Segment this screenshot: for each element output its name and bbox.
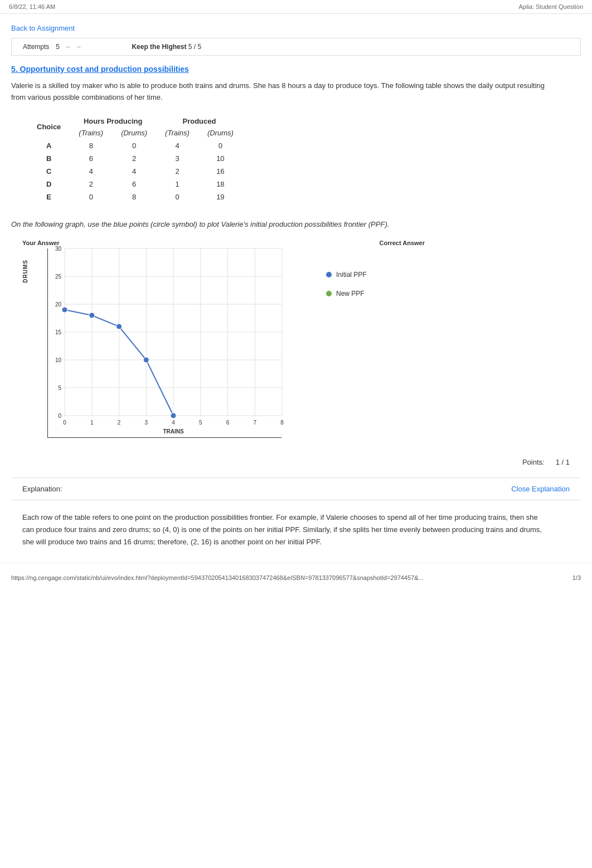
legend-item: New PPF: [326, 290, 367, 298]
svg-text:5: 5: [58, 385, 61, 391]
footer-url-text: https://ng.cengage.com/static/nb/ui/evo/…: [11, 574, 424, 581]
dash1: –: [66, 43, 70, 51]
svg-text:30: 30: [55, 246, 62, 252]
svg-point-36: [89, 313, 95, 318]
back-to-assignment-link[interactable]: Back to Assignment: [0, 14, 592, 38]
datetime: 6/8/22, 11:46 AM: [9, 3, 55, 10]
page-title: Aplia: Student Question: [518, 3, 583, 10]
group-produced-header: Produced: [156, 115, 242, 126]
choice-cell: E: [28, 191, 70, 203]
graph-section: Your Answer Correct Answer DRUMS 0510152…: [11, 240, 581, 438]
col-p-trains: (Trains): [156, 126, 198, 139]
h-trains-cell: 8: [70, 139, 112, 152]
svg-text:1: 1: [90, 420, 94, 426]
table-container: Choice Hours Producing Produced (Trains)…: [28, 115, 581, 203]
dash2: –: [77, 43, 81, 51]
graph-area: 051015202530012345678TRAINS: [47, 248, 282, 438]
keep-highest-value: 5 / 5: [188, 43, 201, 51]
footer: https://ng.cengage.com/static/nb/ui/evo/…: [0, 563, 592, 586]
table-row: E 0 8 0 19: [28, 191, 242, 203]
question-body-text: Valerie is a skilled toy maker who is ab…: [11, 80, 546, 104]
table-row: B 6 2 3 10: [28, 152, 242, 165]
keep-highest: Keep the Highest 5 / 5: [132, 43, 201, 51]
svg-text:6: 6: [226, 420, 230, 426]
svg-text:10: 10: [55, 357, 62, 363]
table-row: C 4 4 2 16: [28, 165, 242, 178]
points-row: Points: 1 / 1: [11, 449, 581, 475]
svg-text:4: 4: [172, 420, 175, 426]
keep-highest-prefix: Keep the Highest: [132, 43, 186, 51]
top-bar: 6/8/22, 11:46 AM Aplia: Student Question: [0, 0, 592, 14]
p-trains-cell: 1: [156, 178, 198, 191]
legend-label: New PPF: [336, 290, 365, 298]
svg-text:TRAINS: TRAINS: [163, 428, 184, 435]
h-trains-cell: 0: [70, 191, 112, 203]
choice-cell: A: [28, 139, 70, 152]
y-axis-label: DRUMS: [22, 260, 28, 283]
svg-point-37: [62, 307, 67, 313]
h-drums-cell: 0: [112, 139, 156, 152]
svg-point-35: [117, 324, 122, 329]
h-trains-cell: 4: [70, 165, 112, 178]
close-explanation-button[interactable]: Close Explanation: [511, 485, 570, 493]
legend-dot: [326, 291, 332, 296]
explanation-label: Explanation:: [22, 485, 62, 493]
svg-text:5: 5: [199, 420, 202, 426]
svg-text:20: 20: [55, 301, 62, 308]
production-table: Choice Hours Producing Produced (Trains)…: [28, 115, 242, 203]
points-label: Points:: [522, 458, 545, 466]
choice-cell: C: [28, 165, 70, 178]
group-hours-header: Hours Producing: [70, 115, 156, 126]
attempts-bar: Attempts 5 – – Keep the Highest 5 / 5: [11, 38, 581, 56]
p-trains-cell: 0: [156, 191, 198, 203]
explanation-bar: Explanation: Close Explanation: [11, 477, 581, 500]
legend-label: Initial PPF: [336, 271, 367, 279]
legend-area: Initial PPF New PPF: [326, 271, 367, 309]
h-drums-cell: 2: [112, 152, 156, 165]
h-drums-cell: 6: [112, 178, 156, 191]
p-drums-cell: 19: [198, 191, 242, 203]
h-drums-cell: 8: [112, 191, 156, 203]
legend-dot: [326, 272, 332, 277]
svg-text:3: 3: [144, 420, 148, 426]
svg-text:15: 15: [55, 329, 62, 335]
svg-text:8: 8: [280, 420, 284, 426]
h-drums-cell: 4: [112, 165, 156, 178]
attempts-label: Attempts: [23, 43, 49, 51]
graph-instruction: On the following graph, use the blue poi…: [11, 220, 513, 228]
footer-page: 1/3: [572, 574, 581, 581]
legend-item: Initial PPF: [326, 271, 367, 279]
question-section: 5. Opportunity cost and production possi…: [0, 65, 592, 557]
svg-text:7: 7: [253, 420, 256, 426]
attempts-value: 5: [56, 43, 60, 51]
svg-text:2: 2: [118, 420, 121, 426]
col-h-trains: (Trains): [70, 126, 112, 139]
correct-answer-label: Correct Answer: [379, 240, 425, 246]
col-h-drums: (Drums): [112, 126, 156, 139]
table-row: D 2 6 1 18: [28, 178, 242, 191]
choice-cell: B: [28, 152, 70, 165]
p-drums-cell: 18: [198, 178, 242, 191]
points-value: 1 / 1: [556, 458, 570, 466]
h-trains-cell: 2: [70, 178, 112, 191]
p-drums-cell: 0: [198, 139, 242, 152]
svg-text:25: 25: [55, 274, 62, 280]
svg-text:0: 0: [58, 413, 61, 419]
question-title: 5. Opportunity cost and production possi…: [11, 65, 581, 74]
p-drums-cell: 10: [198, 152, 242, 165]
p-trains-cell: 3: [156, 152, 198, 165]
explanation-text: Each row of the table refers to one poin…: [11, 503, 557, 557]
p-trains-cell: 4: [156, 139, 198, 152]
table-row: A 8 0 4 0: [28, 139, 242, 152]
col-p-drums: (Drums): [198, 126, 242, 139]
svg-point-34: [143, 357, 149, 363]
svg-point-33: [171, 413, 176, 418]
p-trains-cell: 2: [156, 165, 198, 178]
h-trains-cell: 6: [70, 152, 112, 165]
col-choice-header: Choice: [28, 115, 70, 139]
p-drums-cell: 16: [198, 165, 242, 178]
svg-text:0: 0: [63, 420, 66, 426]
choice-cell: D: [28, 178, 70, 191]
your-answer-label: Your Answer: [22, 240, 60, 246]
